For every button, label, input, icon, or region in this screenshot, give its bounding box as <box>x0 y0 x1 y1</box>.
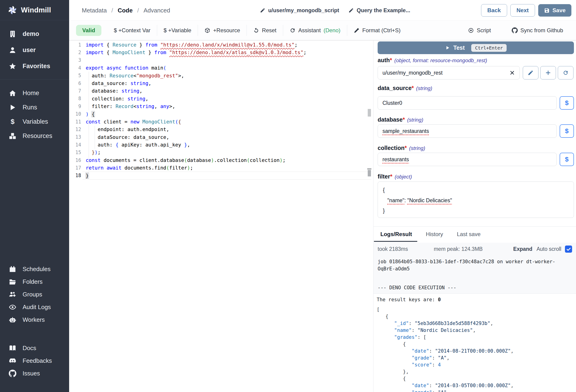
add-context-var-button[interactable]: $ +Context Var <box>107 27 157 34</box>
code-line[interactable]: 3 <box>69 56 373 64</box>
sidebar-item-groups[interactable]: Groups <box>0 288 69 301</box>
auth-resource-input[interactable]: u/user/my_mongodb_rest <box>378 66 520 80</box>
save-button[interactable]: Save <box>538 4 571 17</box>
breadcrumb-separator: / <box>137 7 139 14</box>
expand-button[interactable]: Expand <box>513 246 532 252</box>
dollar-icon: $ <box>9 118 16 126</box>
code-line[interactable]: 17return await documents.find(filter); <box>69 164 373 171</box>
format-button[interactable]: Format (Ctrl+S) <box>347 27 407 34</box>
code-line[interactable]: 14 auth: { apiKey: auth.api_key }, <box>69 141 373 149</box>
collection-var-picker-button[interactable]: $ <box>560 153 574 166</box>
code-line[interactable]: 6 data_source: string, <box>69 80 373 87</box>
next-button[interactable]: Next <box>510 4 535 17</box>
tab-logs-result[interactable]: Logs/Result <box>380 231 412 237</box>
format-label: Format (Ctrl+S) <box>362 27 401 34</box>
auth-name: auth <box>378 57 390 63</box>
code-line[interactable]: 12 endpoint: auth.endpoint, <box>69 126 373 133</box>
back-button[interactable]: Back <box>481 4 507 17</box>
required-asterisk: * <box>390 57 392 63</box>
database-var-picker-button[interactable]: $ <box>560 124 574 138</box>
sidebar-item-demo[interactable]: demo <box>0 26 69 42</box>
code-line[interactable]: 15 }); <box>69 149 373 156</box>
editor-toolbar: Valid $ +Context Var $ +Variable +Resour… <box>69 21 576 40</box>
sidebar-item-label: Schedules <box>23 266 51 273</box>
script-summary-edit[interactable]: Query the Example... <box>348 0 410 21</box>
sidebar-item-variables[interactable]: $Variables <box>0 114 69 129</box>
reset-button[interactable]: Reset <box>247 27 283 34</box>
sidebar-item-issues[interactable]: Issues <box>0 367 69 380</box>
code-text: dataSource: data_source, <box>86 133 169 141</box>
sidebar-item-runs[interactable]: Runs <box>0 100 69 114</box>
database-type: (string) <box>407 117 423 123</box>
add-resource-button[interactable]: +Resource <box>198 27 247 34</box>
collection-input[interactable]: restaurants <box>378 153 557 166</box>
breadcrumb-code[interactable]: Code <box>118 7 133 14</box>
line-number: 16 <box>69 158 81 163</box>
code-line[interactable]: 5 auth: Resource<"mongodb_rest">, <box>69 72 373 80</box>
calendar-icon <box>9 265 16 273</box>
code-text: }); <box>86 149 101 156</box>
sync-from-github-button[interactable]: Sync from Github <box>505 27 570 34</box>
sidebar-item-user[interactable]: user <box>0 42 69 58</box>
breadcrumb-advanced[interactable]: Advanced <box>144 7 170 14</box>
breadcrumb-metadata[interactable]: Metadata <box>82 7 107 14</box>
play-icon <box>9 104 16 111</box>
overview-ruler-marker <box>368 170 371 176</box>
sidebar-item-label: Issues <box>23 370 40 377</box>
sidebar-item-schedules[interactable]: Schedules <box>0 263 69 276</box>
line-number: 6 <box>69 81 81 86</box>
code-line[interactable]: 8 collection: string, <box>69 95 373 103</box>
required-asterisk: * <box>411 85 414 91</box>
code-line[interactable]: 18} <box>69 172 373 179</box>
assistant-button[interactable]: Assistant (Deno) <box>283 27 347 34</box>
sidebar-item-feedbacks[interactable]: Feedbacks <box>0 354 69 367</box>
sidebar-item-home[interactable]: Home <box>0 86 69 100</box>
code-line[interactable]: 7 database: string, <box>69 87 373 95</box>
editor-scrollbar-thumb[interactable] <box>368 109 371 116</box>
execution-log-line: --- DENO CODE EXECUTION --- <box>378 285 572 290</box>
script-kind-button[interactable]: Script <box>461 27 497 34</box>
sidebar-item-audit-logs[interactable]: Audit Logs <box>0 301 69 313</box>
code-line[interactable]: 10) { <box>69 110 373 118</box>
filter-json-editor[interactable]: { "name": "Nordic Delicacies" } <box>378 181 574 218</box>
sidebar-item-workers[interactable]: Workers <box>0 313 69 326</box>
sidebar-item-favorites[interactable]: Favorites <box>0 58 69 74</box>
collection-name: collection <box>378 145 404 151</box>
test-button[interactable]: Test Ctrl+Enter <box>378 41 574 54</box>
script-path-edit[interactable]: u/user/my_mongodb_script <box>260 0 339 21</box>
code-line[interactable]: 4export async function main( <box>69 64 373 72</box>
github-icon <box>512 28 518 33</box>
sidebar-item-resources[interactable]: Resources <box>0 129 69 143</box>
add-variable-button[interactable]: $ +Variable <box>157 27 198 34</box>
clear-resource-icon[interactable] <box>509 70 515 76</box>
code-text: data_source: string, <box>86 80 151 87</box>
sidebar-item-folders[interactable]: Folders <box>0 276 69 288</box>
code-line[interactable]: 11const client = new MongoClient({ <box>69 118 373 126</box>
reset-label: Reset <box>262 27 277 34</box>
code-line[interactable]: 16const documents = client.database(data… <box>69 156 373 164</box>
line-number: 1 <box>69 42 81 48</box>
duration-label: took 2183ms <box>378 246 408 252</box>
add-resource-button-small[interactable] <box>540 66 556 80</box>
code-line[interactable]: 13 dataSource: data_source, <box>69 133 373 141</box>
sidebar-item-docs[interactable]: Docs <box>0 342 69 354</box>
edit-resource-button[interactable] <box>523 66 538 80</box>
data-source-input[interactable]: Cluster0 <box>378 96 557 110</box>
code-text: } <box>86 172 89 179</box>
sidebar-item-label: Docs <box>23 345 36 352</box>
auto-scroll-checkbox[interactable] <box>565 246 572 253</box>
tab-last-save[interactable]: Last save <box>457 231 481 237</box>
data-source-var-picker-button[interactable]: $ <box>560 96 574 110</box>
test-label: Test <box>453 44 465 51</box>
database-input[interactable]: sample_restaurants <box>378 124 557 138</box>
filter-colon: : <box>404 197 407 203</box>
code-editor[interactable]: 1import { Resource } from "https://deno.… <box>69 40 373 392</box>
code-line[interactable]: 9 filter: Record<string, any>, <box>69 103 373 110</box>
tab-history[interactable]: History <box>426 231 443 237</box>
code-line[interactable]: 1import { Resource } from "https://deno.… <box>69 41 373 49</box>
code-line[interactable]: 2import { MongoClient } from "https://de… <box>69 49 373 56</box>
result-json-line: { <box>377 341 573 348</box>
brand[interactable]: Windmill <box>0 0 69 20</box>
github-icon <box>9 370 16 377</box>
refresh-resource-button[interactable] <box>558 66 574 80</box>
